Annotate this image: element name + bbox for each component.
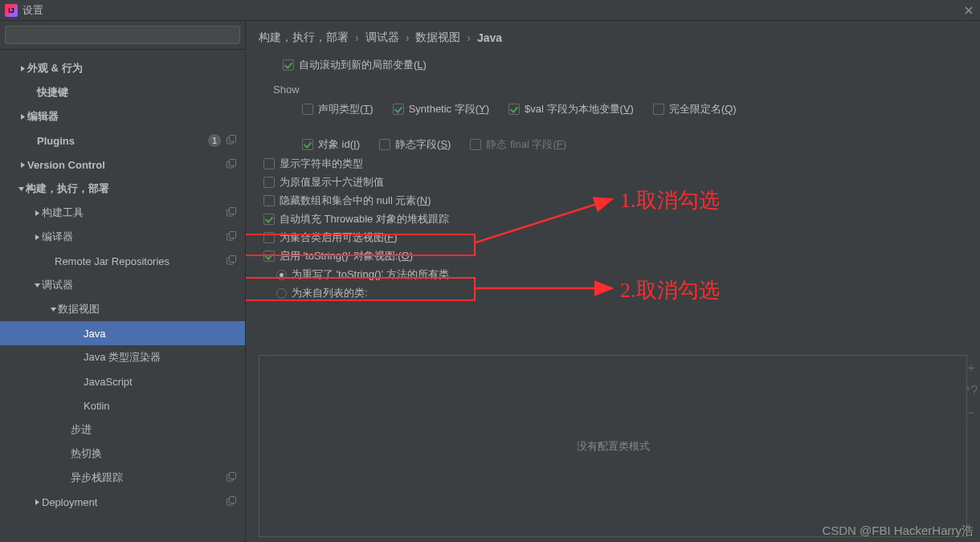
- show-checkbox-1[interactable]: Synthetic 字段(Y): [393, 102, 489, 116]
- svg-rect-12: [230, 473, 236, 479]
- tree-item-label: 步进: [71, 422, 92, 437]
- settings-tree: 外观 & 行为快捷键编辑器Plugins1Version Control构建，执…: [0, 50, 245, 542]
- tree-item-5[interactable]: 构建，执行，部署: [0, 177, 245, 201]
- twisty-icon: [18, 161, 27, 169]
- checkbox-icon: [379, 139, 390, 150]
- tree-item-18[interactable]: Deployment: [0, 490, 245, 514]
- crumb: Java: [477, 31, 502, 44]
- tree-item-6[interactable]: 构建工具: [0, 201, 245, 225]
- tree-item-4[interactable]: Version Control: [0, 153, 245, 177]
- autoscroll-checkbox[interactable]: 自动滚动到新的局部变量(L): [259, 58, 967, 72]
- tree-item-label: 异步栈跟踪: [71, 471, 123, 485]
- option-row-3[interactable]: 自动填充 Throwable 对象的堆栈跟踪: [259, 212, 967, 226]
- twisty-icon: [32, 282, 42, 289]
- tree-item-3[interactable]: Plugins1: [0, 128, 245, 153]
- tree-item-label: Kotlin: [84, 400, 110, 412]
- option-row-2[interactable]: 隐藏数组和集合中的 null 元素(N): [259, 194, 967, 208]
- close-icon[interactable]: [962, 4, 975, 17]
- annotation-text-2: 2.取消勾选: [620, 276, 720, 304]
- main-panel: 构建，执行，部署 › 调试器 › 数据视图 › Java 自动滚动到新的局部变量…: [246, 21, 980, 542]
- chevron-right-icon: ›: [355, 31, 359, 44]
- crumb[interactable]: 调试器: [365, 31, 399, 45]
- tree-item-label: 热切换: [71, 446, 102, 461]
- tree-item-13[interactable]: JavaScript: [0, 369, 245, 393]
- tree-item-label: Plugins: [37, 135, 75, 147]
- svg-rect-14: [230, 497, 236, 503]
- chevron-right-icon: ›: [406, 31, 410, 44]
- checkbox-icon: [470, 139, 481, 150]
- checkbox-icon: [263, 251, 275, 262]
- svg-rect-10: [230, 256, 236, 263]
- app-icon: IJ: [5, 4, 18, 17]
- twisty-icon: [32, 499, 42, 506]
- project-scope-icon: [226, 207, 237, 218]
- tree-item-8[interactable]: Remote Jar Repositories: [0, 249, 245, 273]
- tree-item-9[interactable]: 调试器: [0, 273, 245, 297]
- project-scope-icon: [226, 472, 237, 483]
- checkbox-icon: [263, 195, 275, 206]
- annotation-text-1: 1.取消勾选: [620, 186, 720, 214]
- checkbox-icon: [393, 104, 404, 115]
- show-checkbox-5[interactable]: 静态字段(S): [379, 137, 451, 152]
- radio-all-classes[interactable]: 为重写了 'toString()' 方法的所有类: [259, 267, 967, 282]
- badge: 1: [208, 134, 221, 147]
- option-row-1[interactable]: 为原值显示十六进制值: [259, 175, 967, 189]
- project-scope-icon: [226, 159, 237, 170]
- option-row-4[interactable]: 为集合类启用可选视图(F): [259, 230, 967, 245]
- tree-item-label: Remote Jar Repositories: [55, 255, 169, 267]
- add-icon[interactable]: ＋: [965, 360, 978, 377]
- tree-item-10[interactable]: 数据视图: [0, 297, 245, 321]
- breadcrumb: 构建，执行，部署 › 调试器 › 数据视图 › Java: [259, 31, 967, 45]
- tree-item-label: JavaScript: [84, 376, 133, 388]
- checkbox-icon: [302, 139, 313, 150]
- checkbox-icon: [263, 214, 275, 225]
- tree-item-label: 构建，执行，部署: [26, 181, 109, 196]
- search-input[interactable]: [5, 26, 240, 44]
- remove-icon[interactable]: －: [965, 405, 978, 422]
- twisty-icon: [18, 65, 27, 72]
- tree-item-14[interactable]: Kotlin: [0, 393, 245, 418]
- tree-item-2[interactable]: 编辑器: [0, 104, 245, 128]
- show-checkbox-4[interactable]: 对象 id(I): [302, 137, 360, 152]
- crumb[interactable]: 构建，执行，部署: [259, 31, 349, 45]
- checkbox-icon: [508, 104, 520, 115]
- tree-item-label: 快捷键: [37, 85, 68, 100]
- radio-icon: [276, 270, 287, 280]
- svg-rect-2: [230, 136, 236, 142]
- tree-item-label: 编译器: [42, 230, 73, 244]
- sidebar: 外观 & 行为快捷键编辑器Plugins1Version Control构建，执…: [0, 21, 246, 542]
- show-options-grid: 声明类型(T)Synthetic 字段(Y)$val 字段为本地变量(V)完全限…: [259, 102, 967, 152]
- tree-item-12[interactable]: Java 类型渲染器: [0, 345, 245, 369]
- checkbox-icon: [283, 59, 294, 71]
- tree-item-0[interactable]: 外观 & 行为: [0, 56, 245, 80]
- project-scope-icon: [226, 135, 237, 146]
- add-regex-icon[interactable]: ⁺?: [965, 383, 978, 398]
- project-scope-icon: [226, 496, 237, 507]
- project-scope-icon: [226, 255, 237, 267]
- crumb[interactable]: 数据视图: [415, 31, 460, 45]
- show-checkbox-0[interactable]: 声明类型(T): [302, 102, 374, 116]
- show-checkbox-2[interactable]: $val 字段为本地变量(V): [508, 102, 634, 116]
- svg-rect-8: [230, 232, 236, 238]
- checkbox-icon: [302, 104, 313, 115]
- tree-item-15[interactable]: 步进: [0, 418, 245, 442]
- tree-item-11[interactable]: Java: [0, 321, 245, 345]
- tree-item-16[interactable]: 热切换: [0, 442, 245, 466]
- tree-item-7[interactable]: 编译器: [0, 225, 245, 249]
- twisty-icon: [32, 210, 42, 217]
- tree-item-17[interactable]: 异步栈跟踪: [0, 466, 245, 490]
- tree-item-1[interactable]: 快捷键: [0, 80, 245, 104]
- radio-from-list[interactable]: 为来自列表的类:: [259, 286, 967, 300]
- twisty-icon: [32, 234, 42, 241]
- show-section-title: Show: [259, 79, 967, 97]
- option-row-5[interactable]: 启用 'toString()' 对象视图:(O): [259, 249, 967, 263]
- show-checkbox-6[interactable]: 静态 final 字段(F): [470, 137, 566, 152]
- tree-item-label: 外观 & 行为: [27, 61, 83, 75]
- show-checkbox-3[interactable]: 完全限定名(Q): [653, 102, 737, 116]
- option-row-0[interactable]: 显示字符串的类型: [259, 157, 967, 171]
- tree-item-label: Version Control: [27, 159, 105, 171]
- twisty-icon: [16, 185, 26, 193]
- tree-item-label: 数据视图: [58, 302, 100, 316]
- tree-item-label: Java: [84, 328, 105, 340]
- checkbox-icon: [263, 232, 275, 243]
